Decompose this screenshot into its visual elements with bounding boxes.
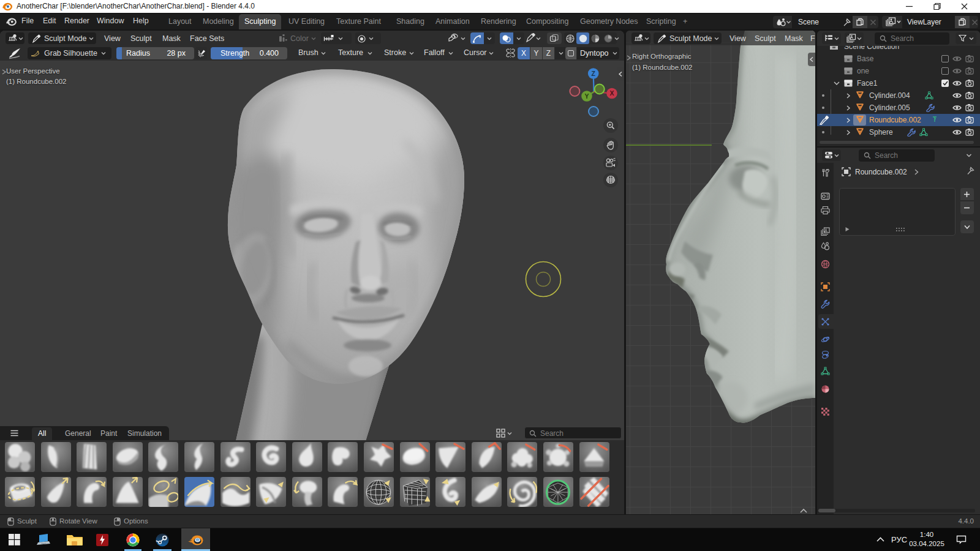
svg-text:Y: Y xyxy=(584,92,589,100)
svg-text:Z: Z xyxy=(591,70,595,77)
svg-text:X: X xyxy=(609,89,614,97)
